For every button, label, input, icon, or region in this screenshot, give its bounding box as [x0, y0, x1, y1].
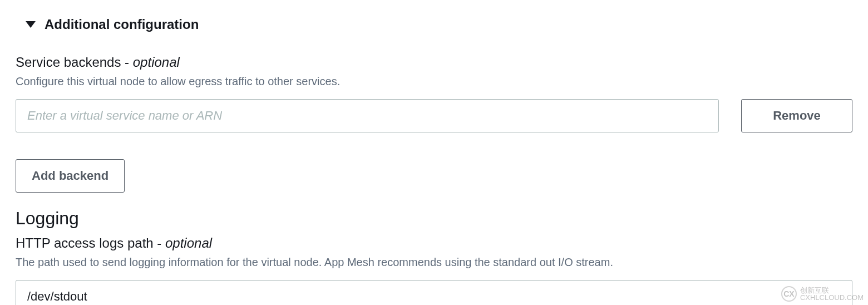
watermark-text-wrap: 创新互联 CXHLCLOUD.COM	[800, 287, 864, 301]
label-text: Service backends -	[16, 55, 133, 70]
backend-service-input[interactable]	[16, 99, 719, 132]
additional-configuration-expander[interactable]: Additional configuration	[26, 17, 852, 32]
optional-text: optional	[133, 55, 180, 70]
remove-backend-button[interactable]: Remove	[741, 99, 852, 132]
add-backend-button[interactable]: Add backend	[16, 159, 125, 193]
logging-path-description: The path used to send logging informatio…	[16, 254, 852, 270]
caret-down-icon	[26, 21, 36, 28]
optional-text: optional	[165, 235, 212, 250]
watermark-icon: CX	[781, 286, 797, 302]
logging-heading: Logging	[16, 208, 852, 229]
watermark: CX 创新互联 CXHLCLOUD.COM	[781, 286, 864, 302]
label-text: HTTP access logs path -	[16, 235, 165, 250]
watermark-text-bottom: CXHLCLOUD.COM	[800, 294, 864, 301]
logging-path-label: HTTP access logs path - optional	[16, 235, 852, 251]
service-backends-group: Service backends - optional Configure th…	[16, 55, 852, 193]
expander-title: Additional configuration	[45, 17, 199, 32]
service-backends-label: Service backends - optional	[16, 55, 852, 70]
service-backends-description: Configure this virtual node to allow egr…	[16, 73, 852, 89]
logging-group: HTTP access logs path - optional The pat…	[16, 235, 852, 305]
backend-input-row: Remove	[16, 99, 852, 132]
logging-path-input[interactable]	[16, 280, 852, 305]
